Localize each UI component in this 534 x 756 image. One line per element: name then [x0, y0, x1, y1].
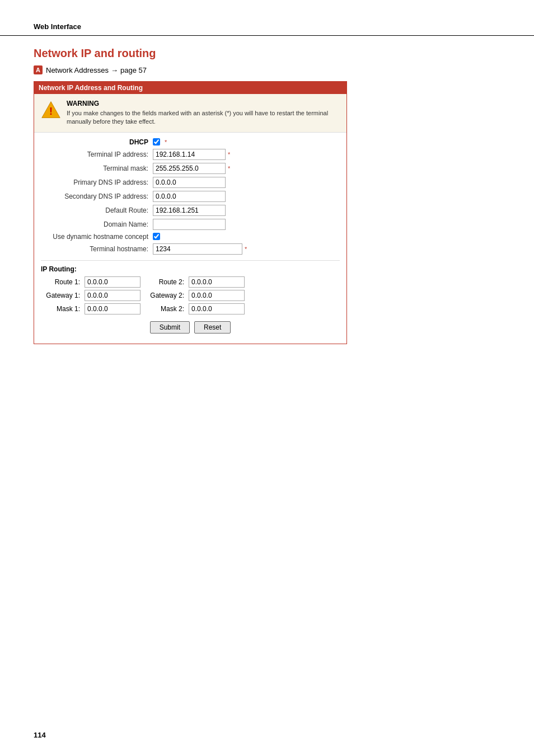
warning-box: ! WARNING If you make changes to the fie… — [34, 94, 346, 133]
mask2-label: Mask 2: — [145, 305, 184, 313]
ip-routing-section: IP Routing: Route 1: Route 2: Gateway 1:… — [41, 260, 340, 338]
mask1-input[interactable] — [85, 303, 140, 314]
panel-header: Network IP Address and Routing — [34, 82, 346, 94]
terminal-ip-row: Terminal IP address: * — [41, 149, 340, 160]
route-row: Route 1: Route 2: — [41, 276, 340, 288]
default-route-label: Default Route: — [41, 206, 153, 214]
terminal-mask-asterisk: * — [228, 165, 230, 172]
terminal-hostname-row: Terminal hostname: * — [41, 243, 340, 255]
svg-text:!: ! — [49, 106, 53, 117]
terminal-hostname-asterisk: * — [245, 246, 247, 252]
dhcp-row: DHCP * — [41, 138, 340, 146]
default-route-row: Default Route: — [41, 205, 340, 216]
warning-icon: ! — [41, 100, 61, 120]
terminal-ip-label: Terminal IP address: — [41, 151, 153, 158]
reset-button[interactable]: Reset — [194, 321, 231, 334]
section-title: Web Interface — [34, 22, 81, 31]
gateway1-label: Gateway 1: — [41, 292, 80, 299]
route2-input[interactable] — [189, 276, 245, 288]
gateway1-input[interactable] — [85, 290, 140, 301]
route2-label: Route 2: — [145, 278, 184, 286]
main-content: Network IP and routing A Network Address… — [0, 47, 534, 344]
mask2-input[interactable] — [189, 303, 245, 314]
terminal-hostname-label: Terminal hostname: — [41, 245, 153, 253]
route1-label: Route 1: — [41, 278, 80, 286]
domain-name-label: Domain Name: — [41, 220, 153, 228]
form-body: DHCP * Terminal IP address: * Terminal m… — [34, 133, 346, 344]
reference-page: page 57 — [120, 66, 147, 74]
gateway2-input[interactable] — [189, 290, 245, 301]
terminal-ip-input[interactable] — [153, 149, 226, 160]
domain-name-row: Domain Name: — [41, 219, 340, 230]
reference-icon: A — [34, 65, 43, 74]
warning-text-block: WARNING If you make changes to the field… — [67, 100, 340, 126]
reference-line: A Network Addresses → page 57 — [34, 65, 500, 74]
reference-arrow: → — [111, 66, 118, 74]
default-route-input[interactable] — [153, 205, 226, 216]
reference-text: Network Addresses — [46, 66, 109, 74]
warning-body: If you make changes to the fields marked… — [67, 109, 340, 126]
warning-title: WARNING — [67, 100, 340, 107]
route1-input[interactable] — [85, 276, 140, 288]
terminal-mask-label: Terminal mask: — [41, 165, 153, 172]
gateway-row: Gateway 1: Gateway 2: — [41, 290, 340, 301]
primary-dns-row: Primary DNS IP address: — [41, 177, 340, 188]
domain-name-input[interactable] — [153, 219, 226, 230]
ip-routing-title: IP Routing: — [41, 265, 340, 273]
dhcp-controls: * — [153, 138, 167, 145]
terminal-hostname-input[interactable] — [153, 243, 242, 255]
dhcp-asterisk: * — [165, 139, 167, 145]
mask-row: Mask 1: Mask 2: — [41, 303, 340, 314]
secondary-dns-label: Secondary DNS IP address: — [41, 192, 153, 200]
dhcp-label: DHCP — [41, 138, 153, 146]
network-ip-routing-panel: Network IP Address and Routing ! WARNING… — [34, 81, 347, 344]
primary-dns-input[interactable] — [153, 177, 226, 188]
routing-grid: Route 1: Route 2: Gateway 1: Gateway 2: — [41, 276, 340, 314]
use-dynamic-label: Use dynamic hostname concept — [41, 233, 153, 241]
buttons-row: Submit Reset — [41, 321, 340, 338]
page-header: Web Interface — [0, 0, 534, 36]
submit-button[interactable]: Submit — [150, 321, 190, 334]
secondary-dns-input[interactable] — [153, 191, 226, 202]
primary-dns-label: Primary DNS IP address: — [41, 179, 153, 186]
terminal-mask-input[interactable] — [153, 163, 226, 174]
terminal-ip-asterisk: * — [228, 151, 230, 158]
page-title: Network IP and routing — [34, 47, 500, 60]
page-number: 114 — [34, 731, 46, 739]
use-dynamic-checkbox[interactable] — [153, 233, 160, 240]
secondary-dns-row: Secondary DNS IP address: — [41, 191, 340, 202]
gateway2-label: Gateway 2: — [145, 292, 184, 299]
use-dynamic-row: Use dynamic hostname concept — [41, 233, 340, 241]
terminal-mask-row: Terminal mask: * — [41, 163, 340, 174]
mask1-label: Mask 1: — [41, 305, 80, 313]
dhcp-checkbox[interactable] — [153, 138, 160, 145]
